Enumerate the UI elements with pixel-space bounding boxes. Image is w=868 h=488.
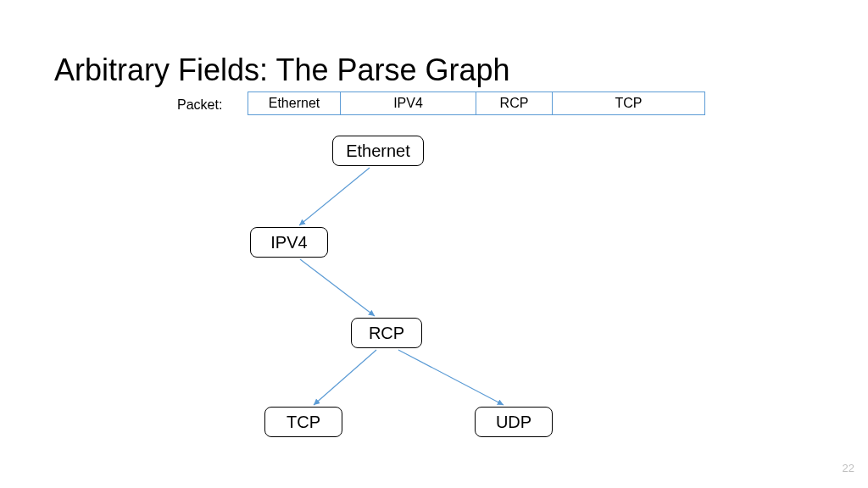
node-udp: UDP [475, 407, 553, 437]
page-number: 22 [843, 462, 854, 474]
packet-cell-rcp: RCP [476, 92, 553, 115]
packet-label: Packet: [177, 97, 222, 113]
node-ethernet: Ethernet [332, 136, 424, 166]
node-ipv4: IPV4 [250, 227, 328, 258]
node-tcp: TCP [264, 407, 342, 437]
packet-cell-ethernet: Ethernet [248, 92, 341, 115]
slide-title: Arbitrary Fields: The Parse Graph [54, 53, 510, 88]
packet-cell-tcp: TCP [553, 92, 705, 115]
node-rcp: RCP [351, 318, 422, 348]
packet-row: Ethernet IPV4 RCP TCP [248, 92, 705, 115]
packet-cell-ipv4: IPV4 [341, 92, 476, 115]
edge-ethernet-ipv4 [299, 168, 370, 225]
edge-ipv4-rcp [300, 259, 375, 316]
edge-rcp-tcp [314, 350, 376, 405]
edge-rcp-udp [398, 350, 504, 405]
